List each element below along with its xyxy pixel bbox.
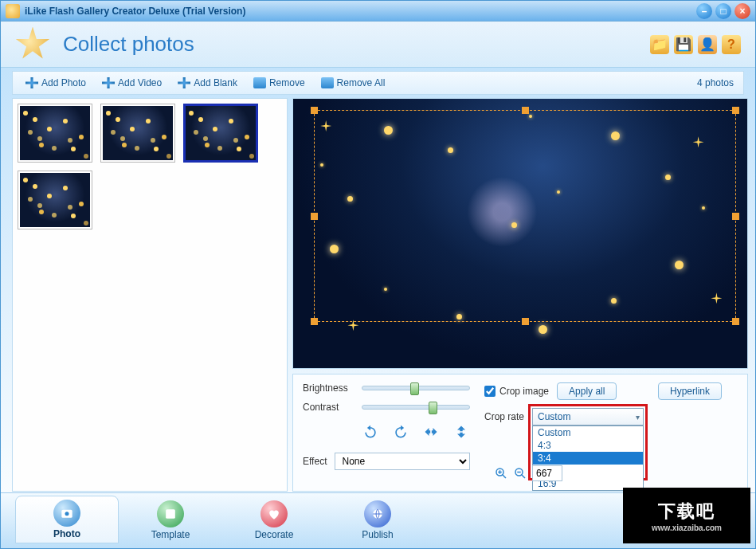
crop-rate-dropdown[interactable]: Custom ▾ Custom 4:3 3:4 1:1 16:9: [532, 408, 644, 425]
toolbar: Add Photo Add Video Add Blank Remove Rem…: [12, 71, 744, 95]
minus-icon: [253, 77, 266, 88]
contrast-slider[interactable]: [362, 405, 470, 410]
trash-icon: [321, 77, 334, 88]
thumb-image: [103, 106, 173, 160]
crop-handle[interactable]: [732, 213, 739, 220]
photo-icon: [53, 500, 80, 527]
crop-handle[interactable]: [732, 107, 739, 114]
close-button[interactable]: ×: [734, 3, 750, 19]
flip-vertical-icon[interactable]: [452, 424, 470, 440]
flip-horizontal-icon[interactable]: [422, 424, 440, 440]
effect-label: Effect: [303, 456, 327, 467]
crop-handle[interactable]: [311, 213, 318, 220]
template-icon: [157, 500, 184, 527]
window-title: iLike Flash Gallery Creator Deluxe (Tria…: [25, 6, 696, 17]
crop-rate-option[interactable]: Custom: [533, 426, 643, 439]
photo-count: 4 photos: [697, 77, 738, 88]
save-project-button[interactable]: 💾: [674, 35, 693, 54]
app-icon: [6, 4, 20, 18]
crop-handle[interactable]: [732, 318, 739, 325]
plus-icon: [25, 77, 38, 88]
effect-select[interactable]: None: [335, 453, 470, 470]
publish-icon: [364, 500, 391, 527]
open-folder-button[interactable]: 📁: [650, 35, 669, 54]
step-decorate[interactable]: Decorate: [222, 497, 326, 543]
minimize-button[interactable]: –: [696, 3, 712, 19]
thumbnail[interactable]: 4: [18, 171, 92, 229]
step-template[interactable]: Template: [119, 497, 222, 543]
zoom-out-icon[interactable]: [513, 466, 527, 480]
crop-rect[interactable]: [314, 110, 736, 322]
zoom-input[interactable]: [532, 465, 562, 481]
crop-rate-option[interactable]: 4:3: [533, 439, 643, 452]
add-blank-button[interactable]: Add Blank: [170, 76, 245, 90]
remove-button[interactable]: Remove: [245, 76, 313, 90]
thumbnail-panel: 1 2 3 4: [12, 98, 288, 492]
logo-icon: [15, 27, 50, 62]
plus-icon: [102, 77, 115, 88]
crop-rate-label: Crop rate: [484, 411, 524, 422]
thumbnail[interactable]: 1: [18, 104, 92, 163]
watermark: 下载吧 www.xiazaiba.com: [623, 488, 750, 543]
crop-image-checkbox[interactable]: Crop image: [484, 386, 549, 397]
zoom-in-icon[interactable]: [494, 466, 508, 480]
thumbnail[interactable]: 2: [100, 104, 175, 163]
contrast-label: Contrast: [303, 402, 354, 413]
brightness-slider[interactable]: [362, 386, 470, 390]
controls-panel: Brightness Contrast Effect: [292, 374, 748, 492]
crop-handle[interactable]: [522, 107, 529, 114]
chevron-down-icon: ▾: [636, 413, 640, 422]
rotate-right-icon[interactable]: [392, 424, 409, 440]
crop-rate-value: Custom: [538, 411, 570, 422]
app-window: iLike Flash Gallery Creator Deluxe (Tria…: [0, 0, 756, 549]
step-photo[interactable]: Photo: [15, 496, 119, 543]
decorate-icon: [260, 500, 288, 527]
thumb-image: [20, 106, 90, 160]
rotate-left-icon[interactable]: [362, 424, 379, 440]
plus-icon: [178, 77, 190, 88]
svg-point-3: [65, 512, 69, 516]
crop-handle[interactable]: [311, 107, 318, 114]
svg-rect-4: [166, 509, 175, 519]
thumbnail-selected[interactable]: 3: [183, 104, 258, 163]
header: Collect photos 📁 💾 👤 ?: [1, 22, 755, 68]
step-publish[interactable]: Publish: [326, 497, 429, 543]
preview-panel: [292, 98, 748, 369]
help-button[interactable]: ?: [722, 35, 741, 54]
thumb-image: [186, 106, 256, 160]
add-photo-button[interactable]: Add Photo: [18, 76, 94, 90]
thumb-image: [20, 173, 90, 227]
brightness-label: Brightness: [303, 382, 354, 394]
remove-all-button[interactable]: Remove All: [313, 76, 394, 90]
page-title: Collect photos: [63, 32, 650, 57]
add-video-button[interactable]: Add Video: [94, 76, 170, 90]
titlebar: iLike Flash Gallery Creator Deluxe (Tria…: [1, 1, 755, 22]
crop-handle[interactable]: [311, 318, 318, 325]
maximize-button[interactable]: □: [715, 3, 731, 19]
crop-rate-option[interactable]: 3:4: [533, 452, 643, 465]
hyperlink-button[interactable]: Hyperlink: [658, 382, 722, 400]
crop-handle[interactable]: [522, 318, 529, 325]
account-button[interactable]: 👤: [698, 35, 717, 54]
apply-all-button[interactable]: Apply all: [557, 382, 617, 400]
